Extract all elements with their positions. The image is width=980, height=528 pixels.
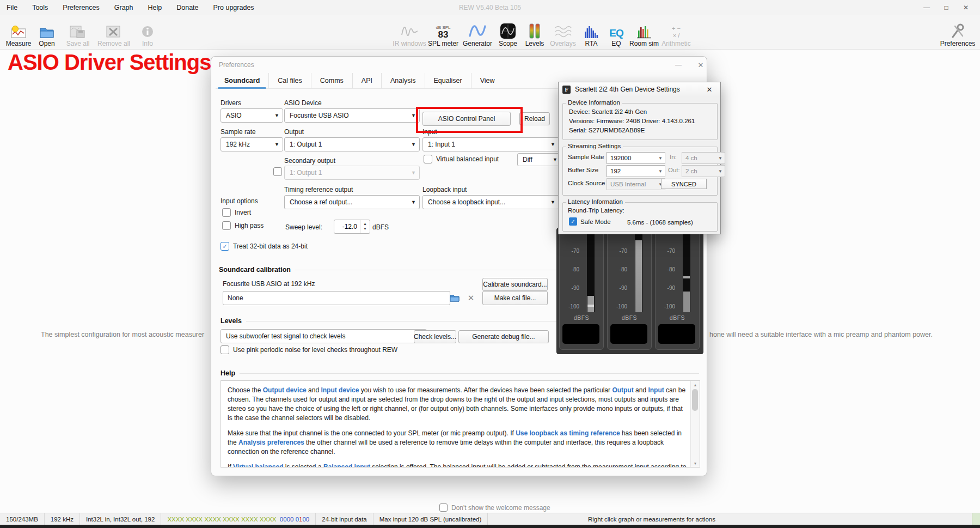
arithmetic-button[interactable]: + −× / Arithmetic [660, 17, 693, 47]
meter-track [587, 233, 595, 312]
tab-api[interactable]: API [353, 73, 382, 88]
meter-channel-2: -70 -80 -90 -100 dBFS [607, 231, 652, 350]
menu-pro-upgrades[interactable]: Pro upgrades [213, 4, 254, 11]
levels-signal-select[interactable]: Use subwoofer test signal to check level… [220, 329, 427, 343]
chevron-down-icon: ▼ [550, 199, 555, 205]
treat-32bit-checkbox[interactable]: Treat 32-bit data as 24-bit [220, 242, 308, 251]
info-button[interactable]: Info [133, 17, 162, 47]
maximize-icon[interactable]: □ [936, 0, 956, 15]
remove-all-button[interactable]: Remove all [95, 17, 133, 47]
reload-button[interactable]: Reload [519, 112, 550, 125]
output-select[interactable]: 1: Output 1▼ [284, 137, 420, 151]
room-sim-icon [636, 20, 652, 39]
make-cal-file-button[interactable]: Make cal file... [482, 291, 548, 305]
menu-donate[interactable]: Donate [176, 4, 198, 11]
preferences-button[interactable]: Preferences [941, 17, 975, 47]
menu-preferences[interactable]: Preferences [63, 4, 99, 11]
tab-cal-files[interactable]: Cal files [269, 73, 311, 88]
checkbox-checked-icon [220, 242, 229, 251]
scope-button[interactable]: Scope [494, 17, 522, 47]
timing-reference-output-label: Timing reference output [284, 186, 353, 193]
scarlett-close-icon[interactable]: ✕ [703, 84, 715, 94]
stepper-arrows-icon[interactable]: ▲▼ [360, 220, 370, 233]
timing-reference-select[interactable]: Choose a ref output...▼ [284, 195, 420, 209]
invert-checkbox[interactable]: Invert [222, 208, 251, 217]
check-levels-button[interactable]: Check levels... [414, 330, 456, 343]
loopback-timing-link[interactable]: Use loopback as timing reference [516, 429, 620, 437]
loopback-input-select[interactable]: Choose a loopback input...▼ [422, 195, 559, 209]
output-link[interactable]: Output [612, 386, 633, 394]
folder-icon [450, 294, 460, 302]
chevron-down-icon: ▼ [411, 199, 416, 205]
overlays-button[interactable]: Overlays [548, 17, 578, 47]
calibrate-soundcard-button[interactable]: Calibrate soundcard... [482, 278, 548, 291]
levels-button[interactable]: Levels [522, 17, 548, 47]
drivers-select[interactable]: ASIO▼ [220, 108, 283, 123]
meter-peak [683, 276, 690, 278]
spl-meter-button[interactable]: dB SPL83 SPL meter [426, 17, 461, 47]
tab-view[interactable]: View [471, 73, 504, 88]
scroll-up-icon[interactable]: ▲ [691, 381, 700, 389]
menu-help[interactable]: Help [148, 4, 162, 11]
input-options-label: Input options [220, 197, 258, 205]
toolbar-right-group: IR windows dB SPL83 SPL meter Generator … [393, 17, 693, 47]
memory-usage: 150/243MB [0, 513, 45, 525]
balanced-mode-select[interactable]: Diff▼ [517, 153, 561, 166]
balanced-input-link[interactable]: Balanced input [323, 463, 370, 467]
status-hint: Right click graph or measurements for ac… [588, 513, 715, 525]
generator-button[interactable]: Generator [461, 17, 494, 47]
asio-device-select[interactable]: Focusrite USB ASIO▼ [284, 108, 420, 123]
scarlett-sample-rate-select[interactable]: 192000▼ [607, 152, 665, 164]
pink-noise-checkbox[interactable]: Use pink periodic noise for level checks… [220, 345, 397, 354]
wrench-icon [950, 20, 966, 39]
eq-button[interactable]: EQ EQ [604, 17, 628, 47]
tab-soundcard[interactable]: Soundcard [216, 73, 269, 88]
ir-windows-button[interactable]: IR windows [393, 17, 426, 47]
cal-file-input[interactable]: None [223, 291, 450, 305]
sweep-level-stepper[interactable]: -12.0 ▲▼ [334, 220, 370, 234]
browse-folder-button[interactable] [448, 291, 462, 305]
welcome-text-right: hone will need a suitable interface with… [709, 331, 933, 338]
sample-rate-select[interactable]: 192 kHz▼ [220, 137, 283, 151]
minimize-icon[interactable]: — [917, 0, 936, 15]
measure-button[interactable]: Measure [4, 17, 33, 47]
menu-tools[interactable]: Tools [32, 4, 48, 11]
safe-mode-checkbox[interactable]: Safe Mode [569, 217, 611, 226]
virtual-balanced-link[interactable]: Virtual balanced [233, 463, 283, 467]
chevron-down-icon: ▼ [718, 169, 722, 174]
rta-button[interactable]: RTA [578, 17, 604, 47]
help-scrollbar[interactable]: ▲ ▼ [690, 381, 700, 467]
scroll-down-icon[interactable]: ▼ [691, 459, 700, 467]
dialog-close-icon[interactable]: ✕ [694, 59, 708, 70]
tab-comms[interactable]: Comms [311, 73, 353, 88]
input-select[interactable]: 1: Input 1▼ [422, 137, 559, 151]
dont-show-welcome-checkbox[interactable]: Don't show the welcome message [439, 503, 550, 512]
virtual-balanced-checkbox[interactable]: Virtual balanced input [424, 155, 499, 163]
room-sim-button[interactable]: Room sim [628, 17, 660, 47]
save-all-icon [69, 20, 87, 39]
calibration-device-label: Focusrite USB ASIO at 192 kHz [223, 280, 315, 288]
menu-file[interactable]: File [7, 4, 17, 11]
buffer-size-select[interactable]: 192▼ [607, 165, 665, 177]
arithmetic-icon: + −× / [672, 20, 681, 39]
scrollbar-thumb[interactable] [692, 389, 698, 411]
asio-control-panel-button[interactable]: ASIO Control Panel [422, 112, 511, 126]
output-device-link[interactable]: Output device [263, 386, 307, 394]
levels-icon [528, 20, 541, 39]
meter-fill [683, 292, 690, 312]
save-all-button[interactable]: Save all [61, 17, 95, 47]
high-pass-checkbox[interactable]: High pass [222, 221, 264, 230]
input-link[interactable]: Input [648, 386, 664, 394]
tab-equaliser[interactable]: Equaliser [425, 73, 471, 88]
analysis-preferences-link[interactable]: Analysis preferences [238, 439, 304, 446]
dialog-minimize-icon[interactable]: — [671, 59, 685, 70]
close-icon[interactable]: ✕ [956, 0, 976, 15]
tab-analysis[interactable]: Analysis [382, 73, 425, 88]
open-button[interactable]: Open [33, 17, 61, 47]
round-trip-latency-label: Round-Trip Latency: [568, 207, 624, 214]
input-device-link[interactable]: Input device [321, 386, 359, 394]
secondary-output-checkbox[interactable] [273, 167, 282, 176]
generate-debug-file-button[interactable]: Generate debug file... [458, 330, 549, 343]
menu-graph[interactable]: Graph [114, 4, 133, 11]
clear-cal-file-button[interactable]: ✕ [465, 291, 477, 305]
